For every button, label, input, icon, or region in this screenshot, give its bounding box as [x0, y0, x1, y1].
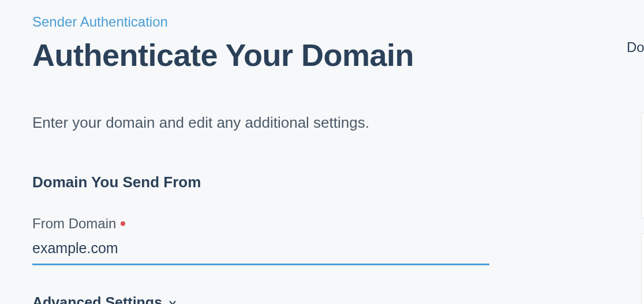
advanced-settings-label: Advanced Settings: [32, 294, 162, 304]
right-panel-card-1: [641, 113, 644, 218]
page-subtitle: Enter your domain and edit any additiona…: [32, 114, 491, 132]
right-panel-card-2: [641, 233, 644, 304]
chevron-down-icon: [168, 298, 177, 304]
right-side-panel: Do: [609, 0, 644, 304]
required-indicator-icon: [121, 221, 125, 226]
right-panel-partial-text: Do: [627, 39, 644, 55]
page-title: Authenticate Your Domain: [32, 38, 491, 72]
section-title-domain: Domain You Send From: [32, 173, 491, 191]
advanced-settings-toggle[interactable]: Advanced Settings: [32, 294, 491, 304]
from-domain-input[interactable]: [32, 236, 489, 265]
from-domain-label: From Domain: [32, 216, 116, 232]
breadcrumb-sender-authentication[interactable]: Sender Authentication: [32, 14, 491, 30]
